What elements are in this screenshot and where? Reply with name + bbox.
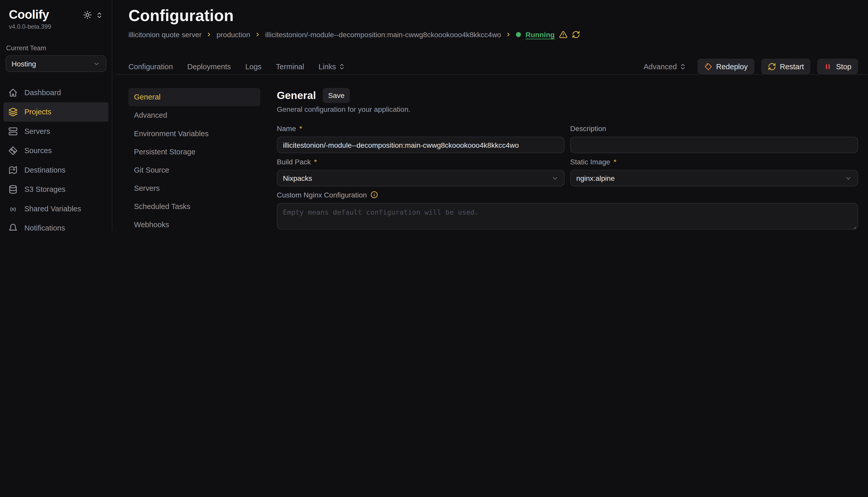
chevrons-up-down-icon [679, 63, 686, 70]
redeploy-label: Redeploy [716, 62, 748, 71]
name-label: Name [277, 124, 296, 132]
header-actions: Advanced Redeploy Restart Stop [644, 59, 858, 74]
sidebar-item-label: Projects [24, 108, 51, 116]
app-version: v4.0.0-beta.399 [0, 22, 112, 30]
section-subtitle: General configuration for your applicati… [277, 105, 858, 115]
status-running-link[interactable]: Running [525, 30, 555, 39]
save-button[interactable]: Save [322, 88, 350, 103]
coolify-app: Coolify v4.0.0-beta.399 Current Team Hos… [0, 0, 868, 230]
sidebar-item-label: Destinations [24, 166, 66, 174]
tab-configuration[interactable]: Configuration [128, 62, 173, 71]
server-icon [8, 127, 18, 136]
database-icon [8, 185, 18, 194]
variables-icon [8, 204, 18, 214]
resize-handle-icon[interactable] [851, 224, 856, 230]
subnav-item-environment-variables[interactable]: Environment Variables [128, 124, 260, 143]
status-dot [516, 32, 521, 37]
tab-links[interactable]: Links [318, 62, 345, 71]
required-marker: * [299, 124, 302, 132]
build-pack-value: Nixpacks [283, 174, 312, 182]
layers-icon [8, 107, 18, 117]
main-area: Configuration illicitonion quote server … [112, 0, 868, 230]
restart-label: Restart [780, 62, 804, 71]
sidebar-nav: Dashboard Projects Servers Sources Desti… [0, 83, 112, 230]
tab-terminal[interactable]: Terminal [276, 62, 304, 71]
sidebar-item-sources[interactable]: Sources [3, 141, 109, 160]
sidebar-item-destinations[interactable]: Destinations [3, 160, 109, 180]
chevron-down-icon [551, 175, 559, 182]
breadcrumb-application[interactable]: illicitestonion/-module--decomposition:m… [265, 30, 501, 39]
sidebar-item-label: Notifications [24, 224, 65, 230]
theme-chevrons-up-down-icon[interactable] [96, 11, 103, 18]
field-name: Name * [277, 123, 565, 153]
chevron-right-icon [254, 31, 261, 38]
info-icon[interactable] [370, 191, 378, 198]
sidebar-item-servers[interactable]: Servers [3, 122, 109, 141]
subnav-item-general[interactable]: General [128, 88, 260, 106]
tab-logs[interactable]: Logs [245, 62, 262, 71]
chevron-down-icon [845, 175, 852, 182]
chevron-right-icon [206, 31, 212, 38]
custom-nginx-textarea[interactable] [277, 203, 858, 230]
subnav-item-git-source[interactable]: Git Source [128, 161, 260, 179]
field-static-image: Static Image * nginx:alpine [570, 156, 858, 186]
bell-icon [8, 223, 18, 230]
subnav-item-advanced[interactable]: Advanced [128, 106, 260, 124]
field-build-pack: Build Pack * Nixpacks [277, 156, 565, 186]
page-title: Configuration [128, 6, 858, 26]
content-area: General Advanced Environment Variables P… [112, 75, 868, 230]
chevron-down-icon [93, 60, 100, 67]
subnav-item-scheduled-tasks[interactable]: Scheduled Tasks [128, 197, 260, 216]
section-title-general: General [277, 89, 316, 101]
page-header: Configuration illicitonion quote server … [112, 0, 868, 74]
redeploy-icon [704, 62, 712, 71]
name-input[interactable] [277, 137, 565, 153]
general-form: General Save General configuration for y… [277, 88, 858, 230]
sidebar-item-dashboard[interactable]: Dashboard [3, 83, 109, 102]
build-pack-select[interactable]: Nixpacks [277, 170, 565, 186]
restart-icon [768, 62, 776, 71]
stop-label: Stop [836, 62, 851, 71]
chevron-right-icon [506, 31, 512, 38]
tab-bar: Configuration Deployments Logs Terminal … [128, 59, 858, 74]
sidebar-item-projects[interactable]: Projects [3, 102, 109, 122]
tab-deployments[interactable]: Deployments [187, 62, 231, 71]
sidebar-item-notifications[interactable]: Notifications [3, 218, 109, 230]
required-marker: * [614, 157, 616, 166]
stop-button[interactable]: Stop [817, 59, 858, 74]
static-image-select[interactable]: nginx:alpine [570, 170, 858, 186]
subnav-item-persistent-storage[interactable]: Persistent Storage [128, 143, 260, 161]
advanced-menu[interactable]: Advanced [644, 62, 686, 71]
chevrons-up-down-icon [338, 63, 345, 70]
sidebar-item-shared-variables[interactable]: Shared Variables [3, 199, 109, 218]
subnav-item-webhooks[interactable]: Webhooks [128, 216, 260, 230]
advanced-label: Advanced [644, 62, 677, 71]
subnav-item-servers[interactable]: Servers [128, 179, 260, 197]
sidebar-item-s3-storages[interactable]: S3 Storages [3, 180, 109, 199]
map-icon [8, 166, 18, 175]
sidebar: Coolify v4.0.0-beta.399 Current Team Hos… [0, 0, 112, 230]
home-icon [8, 88, 18, 97]
current-team-label: Current Team [6, 44, 106, 52]
static-image-value: nginx:alpine [576, 174, 615, 182]
settings-subnav: General Advanced Environment Variables P… [128, 88, 260, 230]
brand-logo[interactable]: Coolify [9, 8, 49, 22]
team-select[interactable]: Hosting [6, 55, 107, 72]
breadcrumb-environment[interactable]: production [217, 30, 250, 39]
team-select-value: Hosting [12, 59, 36, 68]
description-input[interactable] [570, 137, 858, 153]
description-label: Description [570, 124, 606, 132]
build-pack-label: Build Pack [277, 157, 311, 166]
breadcrumb-project[interactable]: illicitonion quote server [128, 30, 202, 39]
redeploy-button[interactable]: Redeploy [697, 59, 754, 74]
sidebar-item-label: S3 Storages [24, 185, 66, 194]
restart-button[interactable]: Restart [761, 59, 811, 74]
required-marker: * [314, 157, 317, 166]
static-image-label: Static Image [570, 157, 610, 166]
sidebar-item-label: Sources [24, 147, 52, 155]
git-icon [8, 146, 18, 155]
theme-sun-icon[interactable] [83, 11, 92, 19]
refresh-icon[interactable] [572, 30, 580, 39]
field-description: Description [570, 123, 858, 153]
warning-icon [559, 30, 567, 39]
